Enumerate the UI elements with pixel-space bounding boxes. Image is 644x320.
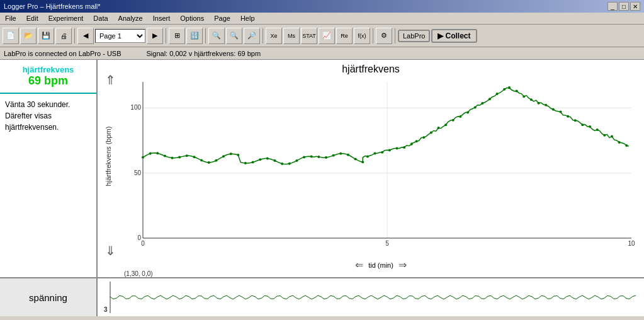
examine-button[interactable]: Xe bbox=[266, 28, 282, 44]
stats-button[interactable]: Ms bbox=[283, 28, 300, 44]
hr-display: hjärtfrekvens 69 bpm bbox=[0, 60, 96, 94]
down-arrow-icon[interactable]: ⇓ bbox=[105, 243, 116, 258]
bottom-label: spänning bbox=[0, 278, 98, 316]
right-arrow-icon[interactable]: ⇒ bbox=[398, 259, 407, 271]
menu-edit[interactable]: Edit bbox=[24, 14, 41, 23]
page-select[interactable]: Page 1 bbox=[95, 29, 145, 43]
sidebar: hjärtfrekvens 69 bpm Vänta 30 sekunder. … bbox=[0, 60, 98, 277]
wait-text: Vänta 30 sekunder. Därefter visas hjärtf… bbox=[0, 94, 96, 138]
regression-button[interactable]: Re bbox=[336, 28, 353, 44]
window-title: Logger Pro – Hjärtfrekens mall* bbox=[4, 3, 100, 10]
fft-button[interactable]: f(x) bbox=[354, 28, 370, 44]
sep5 bbox=[373, 28, 373, 43]
menu-help[interactable]: Help bbox=[238, 14, 257, 23]
titlebar-buttons[interactable]: _ □ ✕ bbox=[607, 2, 640, 11]
hr-label: hjärtfrekvens bbox=[5, 65, 91, 74]
minimize-button[interactable]: _ bbox=[607, 2, 618, 11]
collect-play-icon: ▶ bbox=[438, 31, 443, 40]
collect-label: Collect bbox=[445, 31, 470, 40]
tangent-button[interactable]: 📈 bbox=[319, 28, 335, 44]
x-axis-label: tid (min) bbox=[368, 261, 393, 269]
zoom-in-button[interactable]: 🔍 bbox=[226, 28, 242, 44]
sep1 bbox=[74, 28, 75, 43]
bottom-chart-canvas bbox=[98, 278, 644, 316]
toolbar: 📄 📂 💾 🖨 ◀ Page 1 ▶ ⊞ 🔢 🔍 🔍 🔎 Xe Ms STAT … bbox=[0, 25, 644, 47]
bottom-axis-label: 3 bbox=[104, 306, 108, 313]
table-button[interactable]: ⊞ bbox=[169, 28, 185, 44]
top-panel: hjärtfrekvens 69 bpm Vänta 30 sekunder. … bbox=[0, 60, 644, 278]
collect-button[interactable]: ▶ Collect bbox=[431, 29, 477, 43]
bottom-panel: spänning 3 bbox=[0, 278, 644, 316]
sep4 bbox=[263, 28, 263, 43]
statusbar: LabPro is connected on LabPro - USB Sign… bbox=[0, 47, 644, 60]
main-chart-canvas bbox=[124, 79, 638, 251]
menubar: File Edit Experiment Data Analyze Insert… bbox=[0, 13, 644, 25]
close-button[interactable]: ✕ bbox=[630, 2, 640, 11]
start-button[interactable]: STAT bbox=[301, 28, 317, 44]
sep6 bbox=[395, 28, 395, 43]
status-left: LabPro is connected on LabPro - USB bbox=[4, 50, 121, 57]
y-axis-label: hjärtfrekvens (bpm) bbox=[105, 126, 112, 186]
menu-data[interactable]: Data bbox=[91, 14, 110, 23]
save-button[interactable]: 💾 bbox=[38, 28, 54, 44]
chart-coords: (1,30, 0,0) bbox=[124, 270, 153, 277]
sensor-button[interactable]: ⚙ bbox=[376, 28, 392, 44]
menu-page[interactable]: Page bbox=[212, 14, 233, 23]
up-arrow-icon[interactable]: ⇑ bbox=[105, 72, 116, 88]
zoom-fit-button[interactable]: 🔍 bbox=[208, 28, 225, 44]
sep2 bbox=[166, 28, 166, 43]
labpro-label: LabPro bbox=[403, 32, 425, 40]
main-content: hjärtfrekvens 69 bpm Vänta 30 sekunder. … bbox=[0, 60, 644, 316]
calc-button[interactable]: 🔢 bbox=[186, 28, 203, 44]
menu-file[interactable]: File bbox=[3, 14, 19, 23]
new-button[interactable]: 📄 bbox=[3, 28, 19, 44]
menu-experiment[interactable]: Experiment bbox=[46, 14, 86, 23]
back-button[interactable]: ◀ bbox=[77, 28, 94, 44]
menu-options[interactable]: Options bbox=[178, 14, 206, 23]
labpro-button[interactable]: LabPro bbox=[398, 30, 430, 42]
bottom-chart[interactable]: 3 bbox=[98, 278, 644, 316]
chart-title: hjärtfrekvens bbox=[98, 60, 644, 75]
forward-button[interactable]: ▶ bbox=[147, 28, 163, 44]
sep3 bbox=[205, 28, 206, 43]
hr-value: 69 bpm bbox=[5, 74, 91, 88]
status-right: Signal: 0,002 v hjärtfrekvens: 69 bpm bbox=[147, 50, 261, 57]
print-button[interactable]: 🖨 bbox=[55, 28, 72, 44]
open-button[interactable]: 📂 bbox=[20, 28, 37, 44]
chart-container[interactable]: hjärtfrekvens hjärtfrekvens (bpm) ⇑ ⇓ ⇐ … bbox=[98, 60, 644, 277]
titlebar: Logger Pro – Hjärtfrekens mall* _ □ ✕ bbox=[0, 0, 644, 13]
zoom-out-button[interactable]: 🔎 bbox=[244, 28, 260, 44]
menu-analyze[interactable]: Analyze bbox=[116, 14, 145, 23]
menu-insert[interactable]: Insert bbox=[150, 14, 173, 23]
maximize-button[interactable]: □ bbox=[619, 2, 629, 11]
left-arrow-icon[interactable]: ⇐ bbox=[355, 259, 363, 271]
